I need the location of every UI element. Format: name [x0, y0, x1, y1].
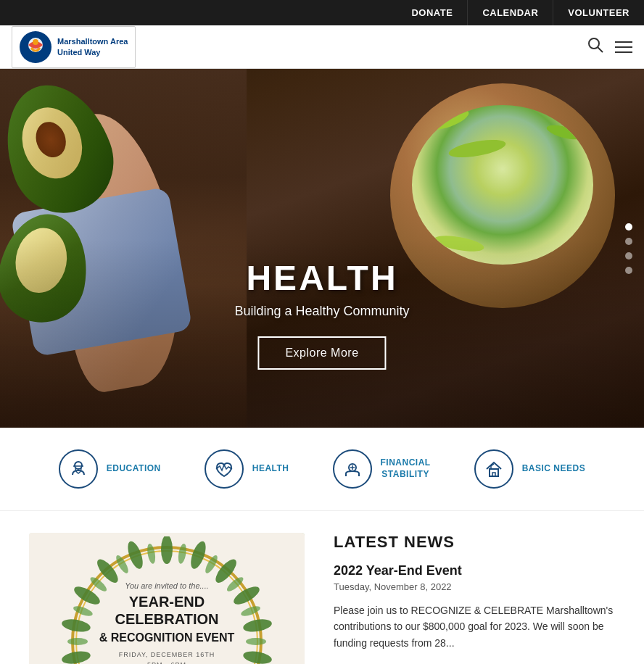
svg-point-3 [589, 38, 599, 49]
news-section: LATEST NEWS 2022 Year-End Event Tuesday,… [334, 533, 615, 664]
news-article-title: 2022 Year-End Event [334, 563, 615, 578]
event-image-card: You are invited to the.... YEAR-END CELE… [29, 533, 305, 664]
svg-line-4 [598, 47, 603, 52]
hero-content: HEALTH Building a Healthy Community Expl… [234, 258, 409, 370]
category-health[interactable]: HEALTH [205, 449, 289, 489]
education-label: EDUCATION [107, 463, 161, 475]
calendar-link[interactable]: CALENDAR [467, 0, 553, 25]
education-icon [59, 449, 98, 489]
content-area: You are invited to the.... YEAR-END CELE… [0, 511, 644, 664]
hamburger-line [615, 51, 632, 53]
menu-button[interactable] [615, 41, 632, 53]
hero-title: HEALTH [234, 258, 409, 298]
news-section-title: LATEST NEWS [334, 533, 615, 552]
svg-point-45 [67, 638, 88, 645]
svg-point-2 [33, 39, 38, 45]
health-svg [214, 459, 234, 479]
united-way-logo-svg [20, 32, 51, 62]
header-controls [587, 37, 632, 57]
event-main-title: YEAR-END CELEBRATION & RECOGNITION EVENT [94, 593, 239, 645]
event-text: You are invited to the.... YEAR-END CELE… [94, 581, 239, 664]
hero-subtitle: Building a Healthy Community [234, 304, 409, 319]
event-details: FRIDAY, DECEMBER 16TH 5PM - 6PM at the M… [94, 650, 239, 664]
event-invite-text: You are invited to the.... [94, 581, 239, 590]
category-basic-needs[interactable]: BASIC NEEDS [474, 449, 586, 489]
health-icon [205, 449, 244, 489]
financial-svg [342, 459, 363, 479]
slide-dot-3[interactable] [625, 252, 632, 260]
education-svg [68, 459, 88, 479]
financial-label: FINANCIALSTABILITY [381, 457, 431, 480]
slide-dot-1[interactable] [625, 223, 632, 231]
volunteer-link[interactable]: VOLUNTEER [553, 0, 644, 25]
news-date: Tuesday, November 8, 2022 [334, 581, 615, 592]
search-button[interactable] [587, 37, 603, 57]
categories-section: EDUCATION HEALTH FINANCIALSTABILITY [0, 428, 644, 511]
financial-icon [333, 449, 372, 489]
logo-area-text: Marshalltown Area [57, 36, 128, 46]
explore-more-button[interactable]: Explore More [257, 336, 386, 370]
slide-dot-2[interactable] [625, 238, 632, 245]
health-label: HEALTH [252, 463, 289, 475]
slide-dot-4[interactable] [625, 267, 632, 274]
category-financial[interactable]: FINANCIALSTABILITY [333, 449, 431, 489]
logo-sub-text: United Way [57, 47, 128, 57]
top-navigation: DONATE CALENDAR VOLUNTEER [0, 0, 644, 25]
donate-link[interactable]: DONATE [397, 0, 467, 25]
slide-indicators [625, 223, 632, 274]
news-excerpt: Please join us to RECOGNIZE & CELEBRATE … [334, 602, 615, 651]
main-header: Marshalltown Area United Way [0, 25, 644, 69]
search-icon [587, 37, 603, 53]
svg-point-32 [177, 543, 188, 564]
hamburger-line [615, 41, 632, 43]
logo-area[interactable]: Marshalltown Area United Way [12, 26, 136, 68]
logo-text: Marshalltown Area United Way [57, 36, 128, 57]
logo-icon [20, 31, 51, 63]
hamburger-line [615, 46, 632, 48]
svg-point-18 [242, 618, 272, 634]
basic-needs-svg [484, 459, 504, 479]
basic-needs-icon [474, 449, 513, 489]
category-education[interactable]: EDUCATION [59, 449, 161, 489]
svg-point-49 [146, 543, 157, 564]
svg-point-14 [161, 536, 173, 564]
svg-point-36 [246, 638, 266, 645]
basic-needs-label: BASIC NEEDS [522, 463, 586, 475]
hero-section: HEALTH Building a Healthy Community Expl… [0, 69, 644, 428]
svg-rect-11 [492, 473, 495, 476]
svg-point-28 [62, 618, 91, 634]
